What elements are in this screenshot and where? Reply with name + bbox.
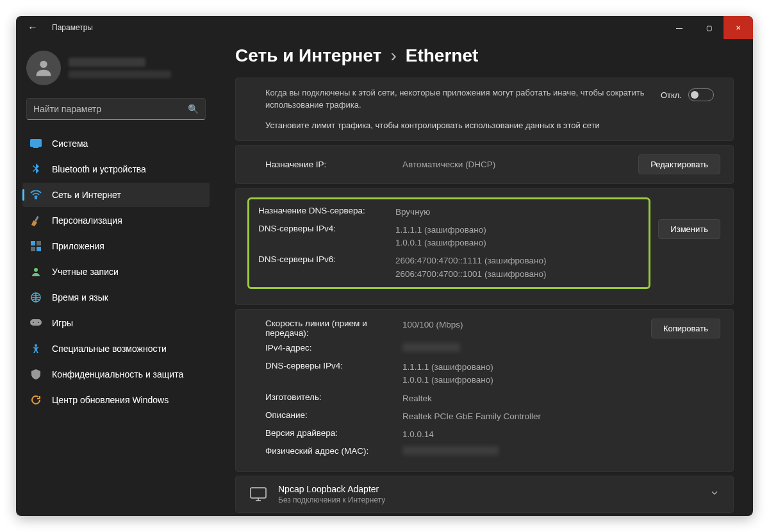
breadcrumb-parent[interactable]: Сеть и Интернет [235, 46, 381, 66]
svg-rect-4 [35, 216, 39, 222]
details-panel: Скорость линии (прием и передача): 100/1… [235, 309, 734, 472]
system-icon [30, 138, 42, 149]
sidebar-item-apps[interactable]: Приложения [22, 234, 210, 258]
adapter-row[interactable]: Npcap Loopback Adapter Без подключения к… [235, 476, 734, 513]
mac-value [402, 446, 642, 459]
sidebar-item-label: Специальные возможности [52, 344, 167, 354]
sidebar-item-accounts[interactable]: Учетные записи [22, 260, 210, 284]
dns-ipv4-label: DNS-серверы IPv4: [258, 224, 386, 250]
sidebar: 🔍 Система Bluetooth и устройства Сеть и … [16, 39, 216, 516]
edit-ip-button[interactable]: Редактировать [638, 154, 720, 174]
sidebar-item-gaming[interactable]: Игры [22, 311, 210, 335]
metered-description: Когда вы подключены к этой сети, некотор… [265, 87, 652, 112]
sidebar-item-system[interactable]: Система [22, 131, 210, 156]
svg-point-0 [40, 61, 47, 68]
change-dns-button[interactable]: Изменить [658, 219, 720, 239]
metered-toggle[interactable] [688, 88, 714, 101]
dns-panel: Назначение DNS-сервера: Вручную DNS-серв… [235, 188, 734, 305]
sidebar-item-label: Сеть и Интернет [52, 190, 121, 200]
close-button[interactable]: ✕ [724, 16, 753, 39]
chevron-down-icon [710, 488, 719, 500]
svg-point-14 [35, 344, 37, 347]
sidebar-nav: Система Bluetooth и устройства Сеть и Ин… [22, 131, 210, 412]
ip-assignment-panel: Назначение IP: Автоматически (DHCP) Реда… [235, 145, 734, 184]
search-box[interactable]: 🔍 [26, 98, 206, 120]
svg-point-9 [34, 268, 38, 272]
sidebar-item-label: Время и язык [52, 292, 108, 303]
user-account-row[interactable] [22, 46, 210, 94]
svg-point-3 [35, 197, 37, 199]
window-title: Параметры [52, 23, 93, 32]
sidebar-item-label: Центр обновления Windows [52, 395, 169, 405]
svg-rect-5 [31, 241, 35, 245]
dns-ipv6-label: DNS-серверы IPv6: [258, 254, 386, 281]
sidebar-item-label: Персонализация [52, 215, 122, 226]
ip-label: Назначение IP: [265, 160, 393, 169]
sidebar-item-label: Система [52, 138, 88, 149]
main-content: Сеть и Интернет › Ethernet Когда вы подк… [216, 39, 753, 516]
speed-label: Скорость линии (прием и передача): [265, 319, 393, 338]
driver-label: Версия драйвера: [265, 428, 393, 441]
accessibility-icon [30, 343, 42, 354]
speed-value: 100/100 (Mbps) [402, 319, 642, 338]
avatar [26, 51, 61, 85]
adapter-subtitle: Без подключения к Интернету [278, 495, 385, 504]
monitor-icon [250, 487, 267, 501]
adapter-title: Npcap Loopback Adapter [278, 484, 385, 494]
svg-rect-2 [33, 147, 38, 148]
search-input[interactable] [33, 104, 188, 114]
ipv4addr-label: IPv4-адрес: [265, 343, 393, 356]
apps-icon [30, 240, 42, 252]
svg-point-12 [33, 322, 34, 323]
dns-highlight: Назначение DNS-сервера: Вручную DNS-серв… [247, 197, 650, 289]
sidebar-item-network[interactable]: Сеть и Интернет [22, 183, 210, 207]
sidebar-item-bluetooth[interactable]: Bluetooth и устройства [22, 157, 210, 181]
svg-point-13 [38, 322, 39, 323]
copy-button[interactable]: Копировать [651, 319, 720, 338]
minimize-button[interactable]: ― [665, 16, 694, 39]
window-controls: ― ▢ ✕ [665, 16, 753, 39]
sidebar-item-accessibility[interactable]: Специальные возможности [22, 337, 210, 361]
bluetooth-icon [30, 163, 42, 175]
dns-assign-value: Вручную [395, 206, 642, 219]
driver-value: 1.0.0.14 [402, 428, 642, 441]
dns4-value: 1.1.1.1 (зашифровано)1.0.0.1 (зашифрован… [402, 361, 642, 387]
person-icon [30, 266, 42, 278]
page-title: Ethernet [406, 46, 479, 66]
breadcrumb: Сеть и Интернет › Ethernet [235, 46, 734, 66]
update-icon [30, 394, 42, 406]
dns4-label: DNS-серверы IPv4: [265, 361, 393, 387]
wifi-icon [30, 189, 42, 201]
svg-rect-11 [30, 319, 42, 326]
sidebar-item-update[interactable]: Центр обновления Windows [22, 388, 210, 412]
ipv4addr-value [402, 343, 642, 356]
svg-rect-1 [30, 139, 42, 147]
maximize-button[interactable]: ▢ [694, 16, 724, 39]
description-label: Описание: [265, 410, 393, 423]
svg-rect-8 [37, 247, 41, 251]
dns-ipv4-value: 1.1.1.1 (зашифровано)1.0.0.1 (зашифрован… [395, 224, 642, 250]
limit-text: Установите лимит трафика, чтобы контроли… [265, 121, 714, 130]
sidebar-item-label: Конфиденциальность и защита [52, 369, 183, 379]
settings-window: ← Параметры ― ▢ ✕ 🔍 [16, 16, 753, 516]
sidebar-item-personalization[interactable]: Персонализация [22, 208, 210, 233]
back-button[interactable]: ← [28, 22, 38, 33]
brush-icon [30, 215, 42, 226]
sidebar-item-label: Игры [52, 318, 73, 328]
search-icon: 🔍 [188, 104, 199, 114]
user-name-redacted [69, 58, 171, 78]
metered-toggle-label: Откл. [661, 90, 682, 100]
sidebar-item-label: Bluetooth и устройства [52, 164, 146, 174]
description-value: Realtek PCIe GbE Family Controller [402, 410, 642, 423]
globe-clock-icon [30, 292, 42, 303]
shield-icon [30, 369, 42, 380]
titlebar: ← Параметры ― ▢ ✕ [16, 16, 753, 39]
dns-ipv6-value: 2606:4700:4700::1111 (зашифровано)2606:4… [395, 254, 642, 281]
svg-rect-15 [251, 488, 266, 498]
manufacturer-value: Realtek [402, 392, 642, 405]
svg-rect-6 [37, 241, 41, 245]
sidebar-item-privacy[interactable]: Конфиденциальность и защита [22, 362, 210, 387]
metered-panel: Когда вы подключены к этой сети, некотор… [235, 78, 734, 141]
manufacturer-label: Изготовитель: [265, 392, 393, 405]
sidebar-item-time-language[interactable]: Время и язык [22, 285, 210, 310]
